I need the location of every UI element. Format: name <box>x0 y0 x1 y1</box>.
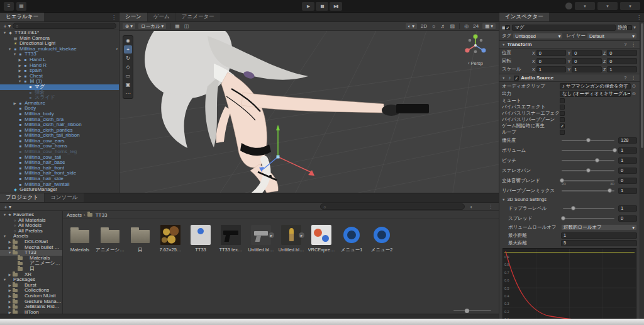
expand-arrow-icon[interactable]: ▼ <box>17 79 23 84</box>
expand-arrow-icon[interactable]: ▶ <box>7 288 13 294</box>
subasset-expander[interactable] <box>299 232 304 238</box>
hierarchy-row[interactable]: ▼ ■ Milltina_mukuchi_kisekae › <box>0 47 119 52</box>
expand-arrow-icon[interactable]: ▶ <box>17 63 23 69</box>
expand-arrow-icon[interactable]: ▶ <box>17 57 23 63</box>
project-tab[interactable]: コンソール <box>45 193 83 202</box>
hierarchy-row[interactable]: ■ Milltina_cow_horns <box>0 144 119 149</box>
expand-arrow-icon[interactable]: ▼ <box>2 234 8 239</box>
asset-tile[interactable]: Untitled.bl… <box>247 223 275 253</box>
z-value-field[interactable]: 0 <box>607 50 637 56</box>
project-tree-row[interactable]: ▶ Mecha bullet effects <box>0 245 62 251</box>
hierarchy-row[interactable]: ▤ Main Camera <box>0 36 119 42</box>
expand-arrow-icon[interactable]: ▼ <box>12 52 18 57</box>
component-menu-icon[interactable]: ⋮ <box>630 75 638 81</box>
static-checkbox[interactable] <box>627 25 632 30</box>
expand-arrow-icon[interactable]: ▶ <box>7 299 13 305</box>
scene-viewport[interactable]: ◉+↻◇▭▣⋯ <box>119 31 499 193</box>
hierarchy-row[interactable]: ■ Milltina_cow_tail <box>0 155 119 161</box>
play-button[interactable]: ▶ <box>302 2 314 11</box>
slider-thumb[interactable] <box>571 206 575 210</box>
slider-thumb[interactable] <box>586 168 591 173</box>
value-field[interactable]: 0 <box>618 215 637 222</box>
project-tree-row[interactable]: アニメーション <box>0 261 62 266</box>
snap-icon[interactable]: ◫ <box>183 23 191 29</box>
slider-thumb[interactable] <box>608 188 612 193</box>
tool-button[interactable]: ◉ <box>124 37 132 45</box>
tag-select[interactable]: Untagged▾ <box>513 33 563 39</box>
draw-mode-dropdown[interactable]: ◐▾ <box>405 23 418 30</box>
panel-menu-icon[interactable]: ⋮ <box>486 204 496 210</box>
hierarchy-row[interactable]: ▼ ◆ TT33 mk1* <box>0 30 119 36</box>
project-tree-row[interactable]: ▼ Assets <box>0 234 62 239</box>
hierarchy-row[interactable]: ▼ ■ 目 (1) <box>0 79 119 84</box>
hierarchy-row[interactable]: ■ Milltina_cloth_panties <box>0 128 119 134</box>
object-picker-icon[interactable]: ⊙ <box>631 83 637 89</box>
slider-track[interactable] <box>562 160 614 161</box>
active-checkbox[interactable] <box>505 25 510 30</box>
project-tree-row[interactable]: ○ All Prefabs <box>0 229 62 234</box>
hierarchy-row[interactable]: ■ 弾倉 <box>0 90 119 96</box>
audio-source-component-header[interactable]: ▼ ♪ Audio Source ? ⋮ <box>499 74 640 82</box>
3d-sound-settings-foldout[interactable]: ▼ 3D Sound Settings <box>502 196 637 203</box>
min-distance-field[interactable]: 1 <box>561 232 637 239</box>
hierarchy-row[interactable]: ■ Milltina_hair_base <box>0 160 119 166</box>
breadcrumb-root[interactable]: Assets <box>67 212 82 218</box>
property-checkbox[interactable] <box>560 130 565 135</box>
project-tree-row[interactable]: ▶ Custom NUnit <box>0 294 62 299</box>
gameobject-name-field[interactable]: マグ <box>512 25 616 31</box>
layout-dropdown[interactable]: ▾ <box>620 2 640 10</box>
tool-button[interactable]: ▣ <box>124 81 132 89</box>
property-checkbox[interactable] <box>560 98 565 103</box>
y-value-field[interactable]: 0 <box>572 58 602 64</box>
hierarchy-row[interactable]: ■ Milltina_cow_horns_leg <box>0 149 119 155</box>
slider-track[interactable] <box>563 218 614 219</box>
help-icon[interactable]: ? <box>623 75 628 81</box>
slider-track[interactable] <box>562 190 614 191</box>
output-field[interactable]: なし (オーディオミキサーグループ) <box>560 91 631 97</box>
scene-3d-render[interactable] <box>119 31 499 193</box>
y-value-field[interactable]: 1 <box>572 66 602 72</box>
slider-track[interactable] <box>563 208 614 209</box>
hierarchy-row[interactable]: ■ Milltina_cloth_tail_ribbon <box>0 133 119 139</box>
tool-button[interactable]: + <box>124 45 132 54</box>
asset-tile[interactable]: 目 <box>126 223 155 253</box>
foldout-arrow-icon[interactable]: ▼ <box>502 43 505 47</box>
create-object-button[interactable]: ＋▾ <box>3 23 11 30</box>
hierarchy-row[interactable]: ■ Milltina_body <box>0 111 119 117</box>
asset-tile[interactable]: 7.62×25… <box>156 223 185 253</box>
value-field[interactable]: 1 <box>618 147 637 154</box>
value-field[interactable]: 1 <box>618 157 637 164</box>
hierarchy-row[interactable]: ■ Milltina_cloth_hair_ribbon <box>0 122 119 128</box>
hierarchy-row[interactable]: ☀ Directional Light <box>0 41 119 47</box>
scene-view-tab[interactable]: ゲーム <box>148 13 175 21</box>
audio-clip-field[interactable]: ♪ サブマシンガンの弾倉を外す <box>560 83 631 89</box>
project-tree-row[interactable]: ○ All Models <box>0 223 62 229</box>
property-checkbox[interactable] <box>560 105 565 110</box>
tab-inspector[interactable]: インスペクター <box>499 13 549 21</box>
help-icon[interactable]: ? <box>623 42 628 47</box>
value-field[interactable]: 1 <box>618 188 637 194</box>
component-menu-icon[interactable]: ⋮ <box>630 42 638 47</box>
breadcrumb-current[interactable]: TT33 <box>96 212 108 218</box>
panel-menu-icon[interactable]: ⋮ <box>634 13 644 21</box>
pause-button[interactable]: ▮▮ <box>316 2 328 11</box>
scene-audio-icon[interactable]: ♬ <box>440 23 447 29</box>
slider-thumb[interactable] <box>586 138 591 142</box>
hierarchy-row[interactable]: ▶ ■ spain <box>0 68 119 74</box>
hierarchy-row[interactable]: ■ Body <box>0 106 119 111</box>
project-tree-row[interactable]: ▶ DOLOSart <box>0 239 62 245</box>
step-button[interactable]: ▶▮ <box>330 2 342 11</box>
expand-arrow-icon[interactable]: ▼ <box>2 30 8 36</box>
hierarchy-row[interactable]: ■ スライド <box>0 95 119 101</box>
expand-arrow-icon[interactable]: ▶ <box>17 68 23 74</box>
z-value-field[interactable]: 0 <box>607 58 637 64</box>
slider-thumb[interactable] <box>465 309 469 313</box>
z-value-field[interactable]: 1 <box>607 66 637 72</box>
gizmos-dropdown[interactable]: ▦▾ <box>482 23 496 30</box>
prefab-open-arrow[interactable]: › <box>116 47 118 52</box>
value-field[interactable]: 0 <box>618 178 637 184</box>
scene-view-tab[interactable]: シーン <box>119 13 147 21</box>
expand-arrow-icon[interactable]: ▼ <box>2 212 8 218</box>
project-search-input[interactable]: ○ <box>320 203 465 210</box>
project-tree-row[interactable]: ▼ TT33 <box>0 250 62 256</box>
